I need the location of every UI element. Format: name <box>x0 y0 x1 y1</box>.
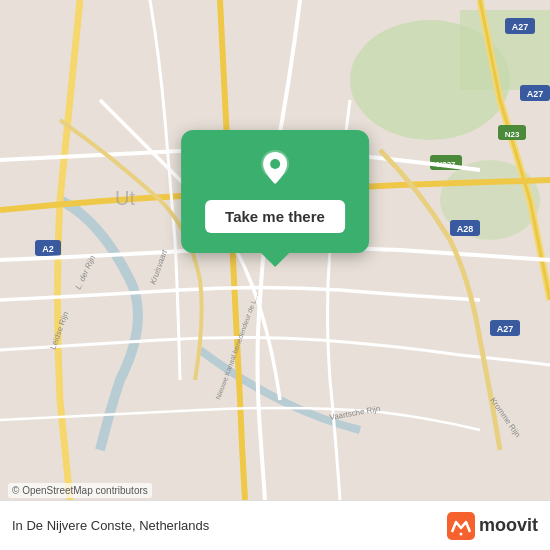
svg-text:N23: N23 <box>505 130 520 139</box>
bottom-bar: In De Nijvere Conste, Netherlands moovit <box>0 500 550 550</box>
moovit-logo: moovit <box>447 512 538 540</box>
svg-rect-29 <box>447 512 475 540</box>
location-label: In De Nijvere Conste, Netherlands <box>12 518 209 533</box>
map-attribution: © OpenStreetMap contributors <box>8 483 152 498</box>
svg-point-28 <box>270 159 280 169</box>
svg-point-30 <box>459 532 462 535</box>
moovit-icon <box>447 512 475 540</box>
svg-text:Ut: Ut <box>115 187 135 209</box>
svg-text:A2: A2 <box>42 244 54 254</box>
svg-text:A28: A28 <box>457 224 474 234</box>
location-pin-icon <box>253 146 297 190</box>
map-container: A27 A27 N23 N237 A28 A27 A2 <box>0 0 550 550</box>
take-me-there-button[interactable]: Take me there <box>205 200 345 233</box>
popup-card: Take me there <box>181 130 369 253</box>
moovit-text: moovit <box>479 515 538 536</box>
svg-text:A27: A27 <box>512 22 529 32</box>
svg-text:A27: A27 <box>497 324 514 334</box>
svg-text:A27: A27 <box>527 89 544 99</box>
